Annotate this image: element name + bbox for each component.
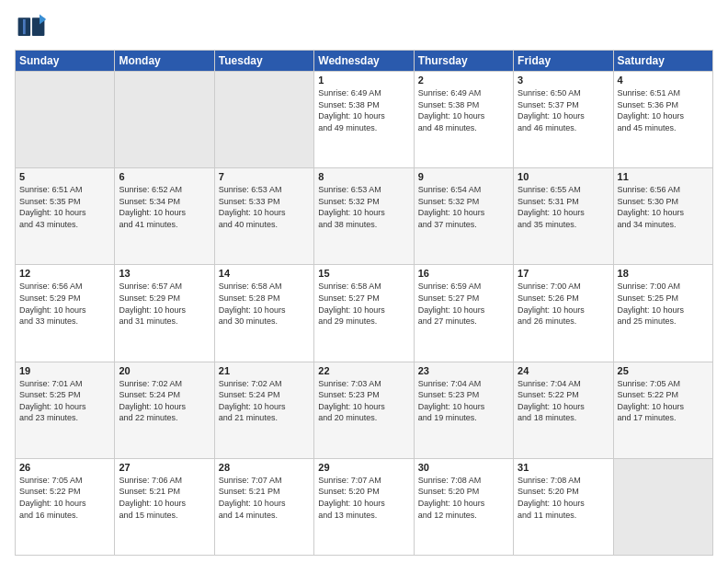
calendar-cell: 28Sunrise: 7:07 AM Sunset: 5:21 PM Dayli… [214, 458, 313, 555]
day-info: Sunrise: 6:49 AM Sunset: 5:38 PM Dayligh… [318, 87, 409, 133]
day-number: 7 [219, 171, 310, 182]
day-number: 1 [318, 75, 409, 86]
day-info: Sunrise: 6:56 AM Sunset: 5:29 PM Dayligh… [19, 281, 110, 327]
day-number: 20 [119, 365, 210, 376]
day-info: Sunrise: 7:01 AM Sunset: 5:25 PM Dayligh… [19, 378, 110, 424]
calendar-cell: 31Sunrise: 7:08 AM Sunset: 5:20 PM Dayli… [514, 458, 613, 555]
calendar-cell: 26Sunrise: 7:05 AM Sunset: 5:22 PM Dayli… [16, 458, 115, 555]
day-info: Sunrise: 7:05 AM Sunset: 5:22 PM Dayligh… [618, 378, 709, 424]
day-number: 25 [618, 365, 709, 376]
day-number: 18 [618, 268, 709, 279]
calendar-week-2: 5Sunrise: 6:51 AM Sunset: 5:35 PM Daylig… [16, 168, 713, 265]
day-number: 8 [318, 171, 409, 182]
day-number: 15 [318, 268, 409, 279]
weekday-header-wednesday: Wednesday [314, 51, 414, 72]
day-info: Sunrise: 6:53 AM Sunset: 5:33 PM Dayligh… [219, 184, 310, 230]
day-info: Sunrise: 6:57 AM Sunset: 5:29 PM Dayligh… [119, 281, 210, 327]
calendar-cell: 24Sunrise: 7:04 AM Sunset: 5:22 PM Dayli… [514, 362, 613, 458]
logo-icon [15, 11, 48, 44]
day-info: Sunrise: 7:03 AM Sunset: 5:23 PM Dayligh… [318, 378, 409, 424]
day-number: 24 [518, 365, 609, 376]
day-number: 3 [518, 75, 609, 86]
day-info: Sunrise: 6:56 AM Sunset: 5:30 PM Dayligh… [618, 184, 709, 230]
day-number: 13 [119, 268, 210, 279]
calendar-cell: 25Sunrise: 7:05 AM Sunset: 5:22 PM Dayli… [613, 362, 712, 458]
day-number: 26 [19, 462, 110, 473]
page: SundayMondayTuesdayWednesdayThursdayFrid… [0, 0, 728, 563]
day-info: Sunrise: 7:02 AM Sunset: 5:24 PM Dayligh… [119, 378, 210, 424]
calendar-cell: 11Sunrise: 6:56 AM Sunset: 5:30 PM Dayli… [613, 168, 712, 265]
calendar-cell: 13Sunrise: 6:57 AM Sunset: 5:29 PM Dayli… [115, 265, 214, 362]
weekday-row: SundayMondayTuesdayWednesdayThursdayFrid… [16, 51, 713, 72]
calendar-cell: 12Sunrise: 6:56 AM Sunset: 5:29 PM Dayli… [16, 265, 115, 362]
day-info: Sunrise: 6:53 AM Sunset: 5:32 PM Dayligh… [318, 184, 409, 230]
day-number: 2 [418, 75, 509, 86]
calendar-cell: 20Sunrise: 7:02 AM Sunset: 5:24 PM Dayli… [115, 362, 214, 458]
day-info: Sunrise: 7:02 AM Sunset: 5:24 PM Dayligh… [219, 378, 310, 424]
day-number: 6 [119, 171, 210, 182]
calendar-cell: 1Sunrise: 6:49 AM Sunset: 5:38 PM Daylig… [314, 72, 414, 168]
weekday-header-sunday: Sunday [16, 51, 115, 72]
weekday-header-thursday: Thursday [414, 51, 513, 72]
calendar-body: 1Sunrise: 6:49 AM Sunset: 5:38 PM Daylig… [16, 72, 713, 556]
day-number: 31 [518, 462, 609, 473]
logo [15, 11, 53, 44]
day-number: 29 [318, 462, 409, 473]
day-number: 4 [618, 75, 709, 86]
calendar-header: SundayMondayTuesdayWednesdayThursdayFrid… [16, 51, 713, 72]
calendar-cell: 21Sunrise: 7:02 AM Sunset: 5:24 PM Dayli… [214, 362, 313, 458]
day-info: Sunrise: 6:51 AM Sunset: 5:36 PM Dayligh… [618, 87, 709, 133]
day-info: Sunrise: 7:08 AM Sunset: 5:20 PM Dayligh… [418, 475, 509, 521]
calendar-week-3: 12Sunrise: 6:56 AM Sunset: 5:29 PM Dayli… [16, 265, 713, 362]
calendar-cell: 18Sunrise: 7:00 AM Sunset: 5:25 PM Dayli… [613, 265, 712, 362]
day-number: 9 [418, 171, 509, 182]
calendar-cell: 4Sunrise: 6:51 AM Sunset: 5:36 PM Daylig… [613, 72, 712, 168]
calendar-table: SundayMondayTuesdayWednesdayThursdayFrid… [15, 50, 713, 556]
day-info: Sunrise: 7:00 AM Sunset: 5:26 PM Dayligh… [518, 281, 609, 327]
day-number: 22 [318, 365, 409, 376]
day-number: 12 [19, 268, 110, 279]
day-info: Sunrise: 6:49 AM Sunset: 5:38 PM Dayligh… [418, 87, 509, 133]
day-info: Sunrise: 7:00 AM Sunset: 5:25 PM Dayligh… [618, 281, 709, 327]
calendar-cell: 9Sunrise: 6:54 AM Sunset: 5:32 PM Daylig… [414, 168, 513, 265]
day-info: Sunrise: 7:07 AM Sunset: 5:21 PM Dayligh… [219, 475, 310, 521]
day-number: 30 [418, 462, 509, 473]
day-number: 16 [418, 268, 509, 279]
day-info: Sunrise: 6:51 AM Sunset: 5:35 PM Dayligh… [19, 184, 110, 230]
weekday-header-saturday: Saturday [613, 51, 712, 72]
calendar-cell [16, 72, 115, 168]
day-number: 10 [518, 171, 609, 182]
calendar-cell: 19Sunrise: 7:01 AM Sunset: 5:25 PM Dayli… [16, 362, 115, 458]
weekday-header-tuesday: Tuesday [214, 51, 313, 72]
calendar-cell: 30Sunrise: 7:08 AM Sunset: 5:20 PM Dayli… [414, 458, 513, 555]
day-number: 5 [19, 171, 110, 182]
day-info: Sunrise: 7:06 AM Sunset: 5:21 PM Dayligh… [119, 475, 210, 521]
calendar-cell: 7Sunrise: 6:53 AM Sunset: 5:33 PM Daylig… [214, 168, 313, 265]
header [15, 11, 713, 44]
day-number: 14 [219, 268, 310, 279]
calendar-week-1: 1Sunrise: 6:49 AM Sunset: 5:38 PM Daylig… [16, 72, 713, 168]
calendar-week-4: 19Sunrise: 7:01 AM Sunset: 5:25 PM Dayli… [16, 362, 713, 458]
day-number: 21 [219, 365, 310, 376]
day-number: 23 [418, 365, 509, 376]
weekday-header-monday: Monday [115, 51, 214, 72]
calendar-cell: 6Sunrise: 6:52 AM Sunset: 5:34 PM Daylig… [115, 168, 214, 265]
calendar-cell: 27Sunrise: 7:06 AM Sunset: 5:21 PM Dayli… [115, 458, 214, 555]
calendar-cell [613, 458, 712, 555]
day-number: 28 [219, 462, 310, 473]
calendar-week-5: 26Sunrise: 7:05 AM Sunset: 5:22 PM Dayli… [16, 458, 713, 555]
day-number: 27 [119, 462, 210, 473]
calendar-cell: 17Sunrise: 7:00 AM Sunset: 5:26 PM Dayli… [514, 265, 613, 362]
day-info: Sunrise: 7:04 AM Sunset: 5:23 PM Dayligh… [418, 378, 509, 424]
day-number: 19 [19, 365, 110, 376]
day-info: Sunrise: 6:54 AM Sunset: 5:32 PM Dayligh… [418, 184, 509, 230]
calendar-cell: 16Sunrise: 6:59 AM Sunset: 5:27 PM Dayli… [414, 265, 513, 362]
calendar-cell: 23Sunrise: 7:04 AM Sunset: 5:23 PM Dayli… [414, 362, 513, 458]
calendar-cell: 10Sunrise: 6:55 AM Sunset: 5:31 PM Dayli… [514, 168, 613, 265]
day-info: Sunrise: 6:52 AM Sunset: 5:34 PM Dayligh… [119, 184, 210, 230]
day-info: Sunrise: 7:07 AM Sunset: 5:20 PM Dayligh… [318, 475, 409, 521]
day-info: Sunrise: 6:58 AM Sunset: 5:27 PM Dayligh… [318, 281, 409, 327]
day-info: Sunrise: 6:59 AM Sunset: 5:27 PM Dayligh… [418, 281, 509, 327]
day-info: Sunrise: 7:05 AM Sunset: 5:22 PM Dayligh… [19, 475, 110, 521]
day-number: 17 [518, 268, 609, 279]
